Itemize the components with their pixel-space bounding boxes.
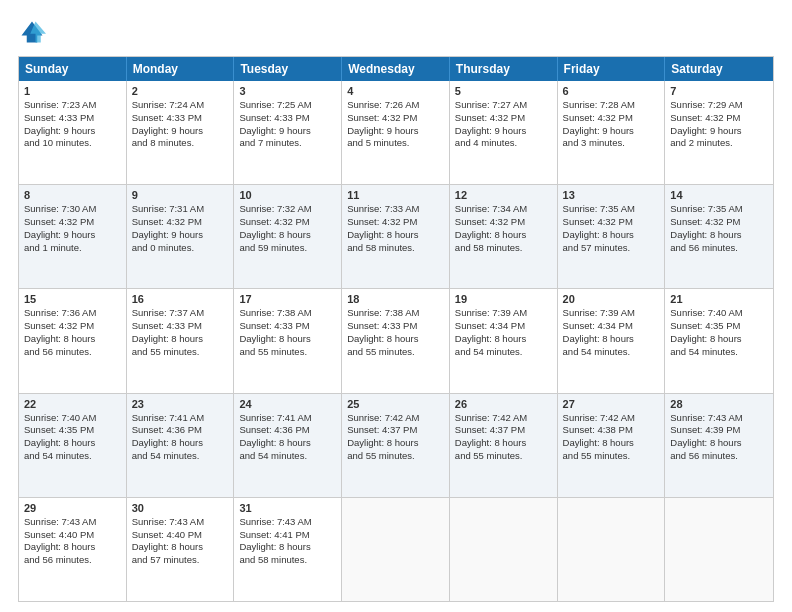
day-number: 29 xyxy=(24,502,121,514)
day-cell-26: 26Sunrise: 7:42 AMSunset: 4:37 PMDayligh… xyxy=(450,394,558,497)
cell-line: Sunset: 4:41 PM xyxy=(239,529,336,542)
cell-line: and 7 minutes. xyxy=(239,137,336,150)
cell-line: Daylight: 9 hours xyxy=(132,125,229,138)
cell-line: Sunrise: 7:25 AM xyxy=(239,99,336,112)
cell-line: and 59 minutes. xyxy=(239,242,336,255)
cell-line: and 58 minutes. xyxy=(239,554,336,567)
cell-line: Sunrise: 7:41 AM xyxy=(239,412,336,425)
cell-line: Sunset: 4:39 PM xyxy=(670,424,768,437)
cell-line: Sunset: 4:32 PM xyxy=(563,216,660,229)
cell-line: Sunset: 4:40 PM xyxy=(24,529,121,542)
day-number: 4 xyxy=(347,85,444,97)
cell-line: and 54 minutes. xyxy=(455,346,552,359)
day-number: 5 xyxy=(455,85,552,97)
day-cell-30: 30Sunrise: 7:43 AMSunset: 4:40 PMDayligh… xyxy=(127,498,235,601)
day-cell-3: 3Sunrise: 7:25 AMSunset: 4:33 PMDaylight… xyxy=(234,81,342,184)
cell-line: Daylight: 8 hours xyxy=(132,437,229,450)
header-day-tuesday: Tuesday xyxy=(234,57,342,81)
day-cell-2: 2Sunrise: 7:24 AMSunset: 4:33 PMDaylight… xyxy=(127,81,235,184)
day-number: 27 xyxy=(563,398,660,410)
cell-line: and 54 minutes. xyxy=(239,450,336,463)
cell-line: Sunrise: 7:27 AM xyxy=(455,99,552,112)
day-number: 28 xyxy=(670,398,768,410)
cell-line: Sunrise: 7:42 AM xyxy=(455,412,552,425)
cell-line: Sunrise: 7:36 AM xyxy=(24,307,121,320)
day-cell-19: 19Sunrise: 7:39 AMSunset: 4:34 PMDayligh… xyxy=(450,289,558,392)
cell-line: Sunrise: 7:24 AM xyxy=(132,99,229,112)
cell-line: and 1 minute. xyxy=(24,242,121,255)
cell-line: Sunset: 4:32 PM xyxy=(347,216,444,229)
cell-line: Sunset: 4:37 PM xyxy=(455,424,552,437)
day-cell-25: 25Sunrise: 7:42 AMSunset: 4:37 PMDayligh… xyxy=(342,394,450,497)
cell-line: Sunrise: 7:28 AM xyxy=(563,99,660,112)
day-cell-24: 24Sunrise: 7:41 AMSunset: 4:36 PMDayligh… xyxy=(234,394,342,497)
cell-line: and 3 minutes. xyxy=(563,137,660,150)
cell-line: and 10 minutes. xyxy=(24,137,121,150)
cell-line: Sunset: 4:35 PM xyxy=(24,424,121,437)
day-cell-28: 28Sunrise: 7:43 AMSunset: 4:39 PMDayligh… xyxy=(665,394,773,497)
day-number: 8 xyxy=(24,189,121,201)
cell-line: Sunset: 4:40 PM xyxy=(132,529,229,542)
cell-line: Daylight: 8 hours xyxy=(670,333,768,346)
cell-line: Sunset: 4:32 PM xyxy=(670,216,768,229)
cell-line: Sunset: 4:32 PM xyxy=(670,112,768,125)
day-number: 1 xyxy=(24,85,121,97)
cell-line: and 55 minutes. xyxy=(239,346,336,359)
day-cell-5: 5Sunrise: 7:27 AMSunset: 4:32 PMDaylight… xyxy=(450,81,558,184)
day-number: 22 xyxy=(24,398,121,410)
cell-line: Sunset: 4:32 PM xyxy=(24,216,121,229)
day-number: 9 xyxy=(132,189,229,201)
header-day-saturday: Saturday xyxy=(665,57,773,81)
cell-line: Sunrise: 7:34 AM xyxy=(455,203,552,216)
cell-line: and 4 minutes. xyxy=(455,137,552,150)
calendar-row-2: 15Sunrise: 7:36 AMSunset: 4:32 PMDayligh… xyxy=(19,288,773,392)
day-cell-21: 21Sunrise: 7:40 AMSunset: 4:35 PMDayligh… xyxy=(665,289,773,392)
cell-line: Sunset: 4:32 PM xyxy=(455,216,552,229)
cell-line: Sunrise: 7:32 AM xyxy=(239,203,336,216)
day-cell-17: 17Sunrise: 7:38 AMSunset: 4:33 PMDayligh… xyxy=(234,289,342,392)
cell-line: and 0 minutes. xyxy=(132,242,229,255)
cell-line: Daylight: 8 hours xyxy=(239,333,336,346)
cell-line: Sunrise: 7:43 AM xyxy=(132,516,229,529)
cell-line: Sunset: 4:33 PM xyxy=(239,112,336,125)
cell-line: Sunset: 4:32 PM xyxy=(563,112,660,125)
header-day-monday: Monday xyxy=(127,57,235,81)
day-number: 21 xyxy=(670,293,768,305)
cell-line: Sunrise: 7:42 AM xyxy=(563,412,660,425)
cell-line: and 55 minutes. xyxy=(563,450,660,463)
cell-line: Sunrise: 7:37 AM xyxy=(132,307,229,320)
day-number: 13 xyxy=(563,189,660,201)
cell-line: Daylight: 9 hours xyxy=(563,125,660,138)
cell-line: Sunset: 4:33 PM xyxy=(132,112,229,125)
header xyxy=(18,18,774,46)
calendar-row-0: 1Sunrise: 7:23 AMSunset: 4:33 PMDaylight… xyxy=(19,81,773,184)
cell-line: Sunrise: 7:35 AM xyxy=(563,203,660,216)
cell-line: Daylight: 9 hours xyxy=(670,125,768,138)
cell-line: and 5 minutes. xyxy=(347,137,444,150)
day-cell-4: 4Sunrise: 7:26 AMSunset: 4:32 PMDaylight… xyxy=(342,81,450,184)
cell-line: Daylight: 9 hours xyxy=(455,125,552,138)
day-cell-10: 10Sunrise: 7:32 AMSunset: 4:32 PMDayligh… xyxy=(234,185,342,288)
calendar-row-3: 22Sunrise: 7:40 AMSunset: 4:35 PMDayligh… xyxy=(19,393,773,497)
cell-line: Sunrise: 7:43 AM xyxy=(670,412,768,425)
cell-line: and 56 minutes. xyxy=(670,450,768,463)
day-cell-15: 15Sunrise: 7:36 AMSunset: 4:32 PMDayligh… xyxy=(19,289,127,392)
cell-line: Sunrise: 7:39 AM xyxy=(563,307,660,320)
day-number: 18 xyxy=(347,293,444,305)
cell-line: Sunset: 4:38 PM xyxy=(563,424,660,437)
cell-line: Daylight: 8 hours xyxy=(347,229,444,242)
cell-line: Sunrise: 7:43 AM xyxy=(24,516,121,529)
day-number: 26 xyxy=(455,398,552,410)
cell-line: Sunrise: 7:39 AM xyxy=(455,307,552,320)
cell-line: and 56 minutes. xyxy=(670,242,768,255)
cell-line: Sunset: 4:32 PM xyxy=(455,112,552,125)
cell-line: Daylight: 9 hours xyxy=(24,125,121,138)
cell-line: Daylight: 8 hours xyxy=(239,437,336,450)
day-number: 7 xyxy=(670,85,768,97)
day-number: 17 xyxy=(239,293,336,305)
day-number: 25 xyxy=(347,398,444,410)
logo xyxy=(18,18,50,46)
cell-line: and 55 minutes. xyxy=(347,346,444,359)
day-cell-29: 29Sunrise: 7:43 AMSunset: 4:40 PMDayligh… xyxy=(19,498,127,601)
cell-line: Daylight: 8 hours xyxy=(670,229,768,242)
